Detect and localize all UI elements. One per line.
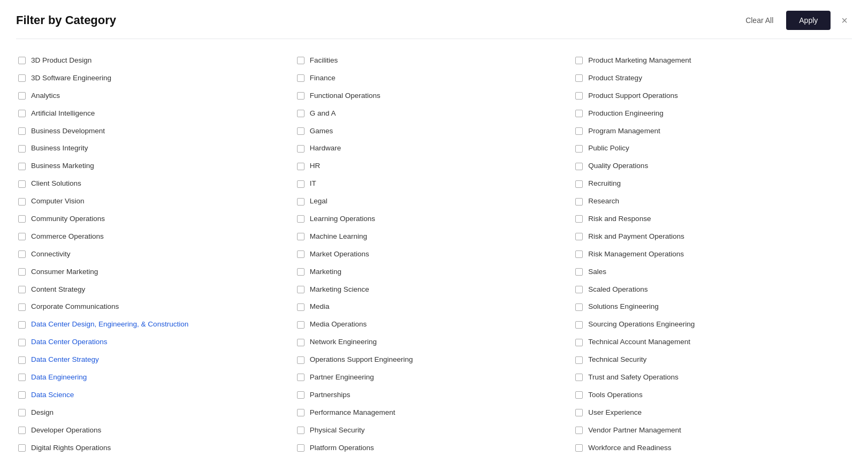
category-item[interactable]: Scaled Operations xyxy=(573,281,852,299)
category-item[interactable]: Technical Account Management xyxy=(573,333,852,351)
category-checkbox[interactable] xyxy=(575,356,583,364)
category-checkbox[interactable] xyxy=(575,215,583,223)
category-item[interactable]: Computer Vision xyxy=(16,193,295,210)
category-item[interactable]: Research xyxy=(573,193,852,210)
category-checkbox[interactable] xyxy=(18,127,26,135)
category-checkbox[interactable] xyxy=(18,444,26,452)
category-checkbox[interactable] xyxy=(575,233,583,240)
category-checkbox[interactable] xyxy=(18,427,26,434)
category-checkbox[interactable] xyxy=(297,286,304,293)
category-item[interactable]: Physical Security xyxy=(295,422,574,439)
category-checkbox[interactable] xyxy=(575,163,583,170)
category-checkbox[interactable] xyxy=(297,356,304,364)
category-item[interactable]: Solutions Engineering xyxy=(573,298,852,316)
category-item[interactable]: Risk and Payment Operations xyxy=(573,228,852,246)
category-checkbox[interactable] xyxy=(18,391,26,399)
category-item[interactable]: Machine Learning xyxy=(295,228,574,246)
category-checkbox[interactable] xyxy=(18,286,26,293)
category-checkbox[interactable] xyxy=(297,268,304,276)
category-checkbox[interactable] xyxy=(297,215,304,223)
category-item[interactable]: Data Center Strategy xyxy=(16,351,295,369)
category-item[interactable]: Sales xyxy=(573,263,852,281)
category-item[interactable]: Connectivity xyxy=(16,246,295,263)
category-item[interactable]: Games xyxy=(295,123,574,140)
category-item[interactable]: Risk Management Operations xyxy=(573,246,852,263)
category-item[interactable]: Business Development xyxy=(16,123,295,140)
category-checkbox[interactable] xyxy=(18,215,26,223)
category-checkbox[interactable] xyxy=(297,339,304,346)
category-checkbox[interactable] xyxy=(297,127,304,135)
category-checkbox[interactable] xyxy=(18,303,26,311)
category-checkbox[interactable] xyxy=(297,180,304,188)
category-checkbox[interactable] xyxy=(18,92,26,100)
category-checkbox[interactable] xyxy=(575,444,583,452)
category-item[interactable]: Content Strategy xyxy=(16,281,295,299)
category-checkbox[interactable] xyxy=(575,427,583,434)
category-checkbox[interactable] xyxy=(297,250,304,258)
category-item[interactable]: Product Support Operations xyxy=(573,87,852,105)
category-checkbox[interactable] xyxy=(575,127,583,135)
category-item[interactable]: Learning Operations xyxy=(295,210,574,228)
category-item[interactable]: Functional Operations xyxy=(295,87,574,105)
category-checkbox[interactable] xyxy=(18,321,26,329)
category-item[interactable]: Data Engineering xyxy=(16,369,295,386)
category-item[interactable]: Market Operations xyxy=(295,246,574,263)
category-checkbox[interactable] xyxy=(575,145,583,153)
category-checkbox[interactable] xyxy=(575,321,583,329)
category-item[interactable]: Risk and Response xyxy=(573,210,852,228)
category-checkbox[interactable] xyxy=(575,74,583,82)
category-item[interactable]: Partner Engineering xyxy=(295,369,574,386)
category-checkbox[interactable] xyxy=(297,444,304,452)
category-checkbox[interactable] xyxy=(297,303,304,311)
category-item[interactable]: Facilities xyxy=(295,52,574,70)
category-item[interactable]: Finance xyxy=(295,70,574,87)
category-item[interactable]: Quality Operations xyxy=(573,157,852,175)
category-checkbox[interactable] xyxy=(18,163,26,170)
category-item[interactable]: Artificial Intelligence xyxy=(16,105,295,123)
category-item[interactable]: Commerce Operations xyxy=(16,228,295,246)
category-checkbox[interactable] xyxy=(18,409,26,416)
apply-button[interactable]: Apply xyxy=(786,11,831,30)
category-item[interactable]: Client Solutions xyxy=(16,175,295,193)
category-item[interactable]: Product Marketing Management xyxy=(573,52,852,70)
category-item[interactable]: Corporate Communications xyxy=(16,298,295,316)
category-checkbox[interactable] xyxy=(18,356,26,364)
category-checkbox[interactable] xyxy=(575,92,583,100)
category-checkbox[interactable] xyxy=(297,145,304,153)
category-checkbox[interactable] xyxy=(575,374,583,381)
category-item[interactable]: Data Center Design, Engineering, & Const… xyxy=(16,316,295,333)
category-item[interactable]: Network Engineering xyxy=(295,333,574,351)
category-checkbox[interactable] xyxy=(18,233,26,240)
category-item[interactable]: Operations Support Engineering xyxy=(295,351,574,369)
category-item[interactable]: Technical Security xyxy=(573,351,852,369)
category-item[interactable]: Consumer Marketing xyxy=(16,263,295,281)
category-checkbox[interactable] xyxy=(297,233,304,240)
category-checkbox[interactable] xyxy=(18,374,26,381)
category-checkbox[interactable] xyxy=(575,110,583,117)
category-checkbox[interactable] xyxy=(297,198,304,206)
category-checkbox[interactable] xyxy=(575,250,583,258)
category-checkbox[interactable] xyxy=(18,268,26,276)
category-checkbox[interactable] xyxy=(297,57,304,64)
category-item[interactable]: Public Policy xyxy=(573,140,852,157)
category-checkbox[interactable] xyxy=(297,321,304,329)
category-checkbox[interactable] xyxy=(18,145,26,153)
category-item[interactable]: Program Management xyxy=(573,123,852,140)
category-item[interactable]: Performance Management xyxy=(295,404,574,422)
category-item[interactable]: Product Strategy xyxy=(573,70,852,87)
category-checkbox[interactable] xyxy=(297,92,304,100)
category-item[interactable]: Sourcing Operations Engineering xyxy=(573,316,852,333)
category-checkbox[interactable] xyxy=(575,409,583,416)
close-button[interactable]: × xyxy=(837,13,852,28)
category-item[interactable]: Legal xyxy=(295,193,574,210)
category-item[interactable]: Data Center Operations xyxy=(16,333,295,351)
category-item[interactable]: Business Marketing xyxy=(16,157,295,175)
category-item[interactable]: Platform Operations xyxy=(295,439,574,456)
category-checkbox[interactable] xyxy=(575,391,583,399)
category-checkbox[interactable] xyxy=(297,374,304,381)
category-checkbox[interactable] xyxy=(575,198,583,206)
category-item[interactable]: Digital Rights Operations xyxy=(16,439,295,456)
category-item[interactable]: Production Engineering xyxy=(573,105,852,123)
category-item[interactable]: Media Operations xyxy=(295,316,574,333)
category-checkbox[interactable] xyxy=(18,250,26,258)
